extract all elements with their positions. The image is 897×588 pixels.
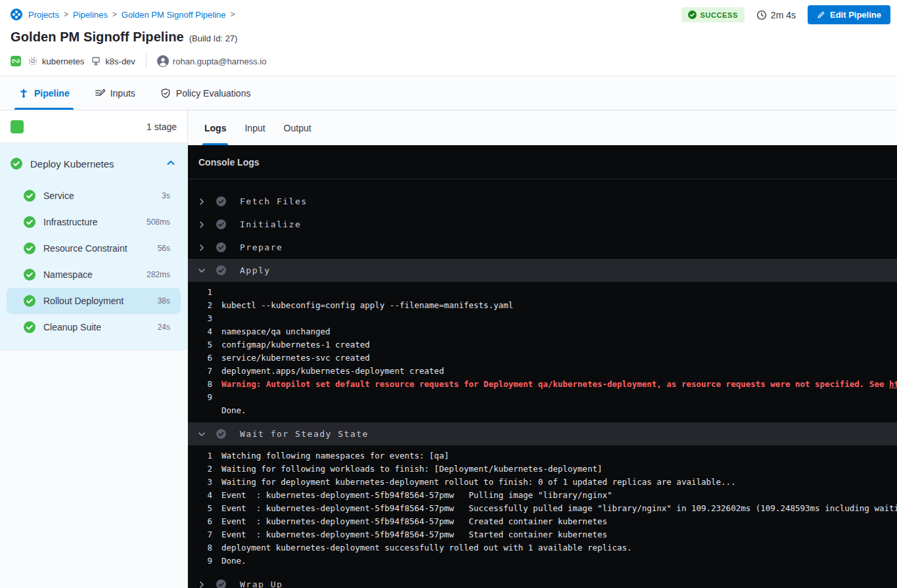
line-number: 7 bbox=[188, 528, 212, 541]
tab-label: Policy Evaluations bbox=[176, 88, 251, 99]
line-text: Done. bbox=[212, 404, 246, 417]
meta-divider bbox=[146, 54, 147, 68]
tab-policy-evaluations[interactable]: Policy Evaluations bbox=[160, 76, 251, 110]
line-number: 4 bbox=[188, 489, 212, 502]
line-text: Warning: Autopilot set default resource … bbox=[212, 378, 897, 391]
line-text: Watching following namespaces for events… bbox=[212, 449, 449, 463]
step-row-cleanup-suite[interactable]: Cleanup Suite24s bbox=[7, 314, 181, 340]
step-success-icon bbox=[24, 242, 35, 254]
step-duration-label: 38s bbox=[158, 296, 170, 305]
line-text: Event : kubernetes-deployment-5fb94f8564… bbox=[212, 528, 607, 541]
step-name-label: Rollout Deployment bbox=[43, 296, 150, 306]
chevron-right-icon[interactable] bbox=[198, 244, 206, 252]
line-number: 9 bbox=[188, 554, 212, 568]
tab-pipeline[interactable]: Pipeline bbox=[18, 76, 70, 110]
environment-tag-label: k8s-dev bbox=[105, 57, 135, 66]
log-section-title: Apply bbox=[240, 265, 271, 275]
breadcrumb-separator: > bbox=[64, 10, 68, 19]
tab-label: Inputs bbox=[110, 88, 135, 99]
line-number: 1 bbox=[188, 286, 212, 299]
chevron-right-icon[interactable] bbox=[198, 581, 206, 588]
breadcrumb-item-pipelines[interactable]: Pipelines bbox=[73, 10, 108, 20]
line-text: configmap/kubernetes-1 created bbox=[212, 338, 370, 351]
log-line: 6service/kubernetes-svc created bbox=[188, 351, 897, 365]
step-row-infrastructure[interactable]: Infrastructure508ms bbox=[7, 209, 181, 235]
line-text bbox=[212, 391, 221, 404]
shield-check-icon bbox=[160, 88, 171, 99]
stage-success-icon bbox=[11, 158, 22, 170]
log-section-initialize[interactable]: Initialize bbox=[188, 213, 897, 236]
log-line: 5configmap/kubernetes-1 created bbox=[188, 338, 897, 351]
step-row-rollout-deployment[interactable]: Rollout Deployment38s bbox=[7, 288, 181, 314]
tab-inputs[interactable]: Inputs bbox=[95, 76, 135, 110]
step-row-service[interactable]: Service3s bbox=[7, 183, 181, 209]
breadcrumb-item-pipeline-name[interactable]: Golden PM Signoff Pipeline bbox=[122, 10, 226, 20]
log-section-title: Wait for Steady State bbox=[240, 429, 369, 439]
log-section-wrap-up[interactable]: Wrap Up bbox=[188, 573, 897, 588]
log-section-apply[interactable]: Apply bbox=[188, 259, 897, 282]
step-name-label: Resource Constraint bbox=[43, 243, 150, 254]
log-section-wait-for-steady-state[interactable]: Wait for Steady State bbox=[188, 422, 897, 445]
step-success-icon bbox=[216, 265, 226, 275]
stage-row-deploy-kubernetes[interactable]: Deploy Kubernetes bbox=[0, 143, 187, 183]
breadcrumb-item-projects[interactable]: Projects bbox=[28, 10, 59, 20]
step-success-icon bbox=[24, 321, 35, 333]
step-row-namespace[interactable]: Namespace282ms bbox=[7, 261, 181, 288]
log-line: 2Waiting for following workloads to fini… bbox=[188, 463, 897, 476]
log-section-fetch-files[interactable]: Fetch Files bbox=[188, 190, 897, 213]
log-line: 6Event : kubernetes-deployment-5fb94f856… bbox=[188, 515, 897, 528]
projects-logo-icon[interactable] bbox=[11, 9, 22, 20]
log-line: Done. bbox=[188, 404, 897, 417]
stage-status-square[interactable] bbox=[11, 120, 24, 133]
chevron-right-icon[interactable] bbox=[198, 198, 206, 206]
stage-name-label: Deploy Kubernetes bbox=[30, 158, 158, 170]
chevron-down-icon[interactable] bbox=[198, 430, 206, 438]
step-success-icon bbox=[24, 216, 35, 228]
log-tab-logs[interactable]: Logs bbox=[204, 110, 226, 145]
console-title: Console Logs bbox=[198, 157, 260, 168]
log-section-prepare[interactable]: Prepare bbox=[188, 236, 897, 259]
avatar-icon bbox=[157, 55, 169, 67]
step-row-resource-constraint[interactable]: Resource Constraint56s bbox=[7, 235, 181, 261]
chevron-right-icon[interactable] bbox=[198, 221, 206, 229]
line-text: Event : kubernetes-deployment-5fb94f8564… bbox=[212, 515, 607, 528]
pipeline-icon bbox=[18, 88, 29, 99]
steps-list: Service3sInfrastructure508msResource Con… bbox=[0, 183, 187, 340]
line-text: Event : kubernetes-deployment-5fb94f8564… bbox=[212, 502, 897, 515]
line-text: service/kubernetes-svc created bbox=[212, 351, 370, 365]
status-badge: SUCCESS bbox=[681, 7, 744, 22]
step-success-icon bbox=[216, 429, 226, 439]
line-text bbox=[212, 286, 221, 299]
inputs-icon bbox=[95, 88, 105, 99]
log-tabbar: LogsInputOutput bbox=[188, 110, 897, 145]
step-success-icon bbox=[216, 196, 226, 206]
chevron-up-icon[interactable] bbox=[166, 158, 177, 169]
log-line: 4Event : kubernetes-deployment-5fb94f856… bbox=[188, 489, 897, 502]
line-number: 6 bbox=[188, 351, 212, 365]
breadcrumb-separator: > bbox=[112, 10, 117, 19]
line-number: 4 bbox=[188, 325, 212, 338]
warning-link[interactable]: http://g bbox=[889, 379, 897, 389]
edit-pipeline-label: Edit Pipeline bbox=[830, 10, 881, 20]
log-line: 1Watching following namespaces for event… bbox=[188, 449, 897, 463]
step-duration-label: 24s bbox=[158, 323, 170, 332]
log-line: 3Waiting for deployment kubernetes-deplo… bbox=[188, 476, 897, 489]
user-email-label: rohan.gupta@harness.io bbox=[173, 57, 267, 66]
step-success-icon bbox=[24, 190, 35, 202]
line-number: 3 bbox=[188, 312, 212, 325]
edit-pipeline-button[interactable]: Edit Pipeline bbox=[808, 5, 890, 24]
page-header: Projects > Pipelines > Golden PM Signoff… bbox=[0, 0, 897, 76]
chevron-down-icon[interactable] bbox=[198, 267, 206, 275]
log-line: 2kubectl --kubeconfig=config apply --fil… bbox=[188, 299, 897, 312]
log-line: 9 bbox=[188, 391, 897, 404]
line-number: 2 bbox=[188, 299, 212, 312]
step-name-label: Service bbox=[43, 191, 154, 201]
log-tab-input[interactable]: Input bbox=[244, 110, 265, 145]
line-text: Event : kubernetes-deployment-5fb94f8564… bbox=[212, 489, 612, 502]
user-tag: rohan.gupta@harness.io bbox=[157, 55, 267, 67]
log-tab-output[interactable]: Output bbox=[284, 110, 311, 145]
line-text: kubectl --kubeconfig=config apply --file… bbox=[212, 299, 513, 312]
clock-icon bbox=[756, 10, 767, 20]
stage-panel-header: 1 stage bbox=[0, 110, 187, 143]
log-lines: 12kubectl --kubeconfig=config apply --fi… bbox=[188, 282, 897, 422]
